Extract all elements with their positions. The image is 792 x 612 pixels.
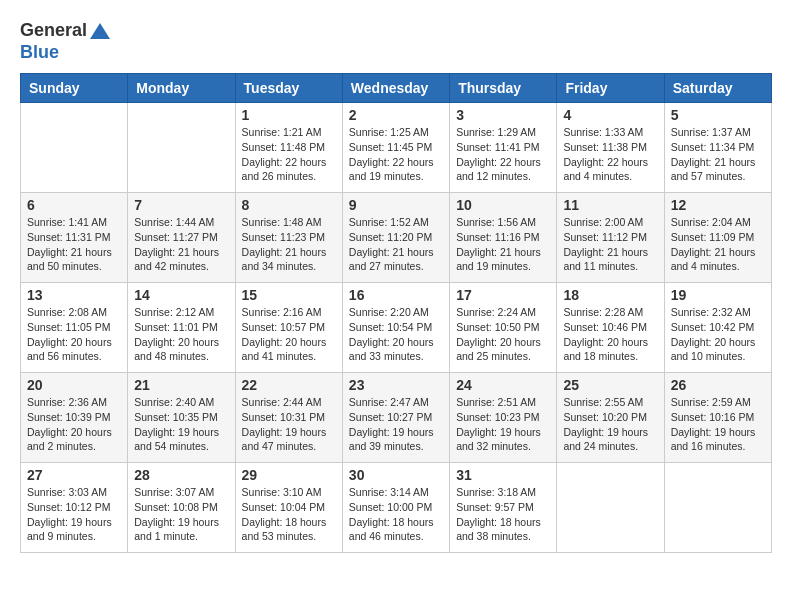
calendar-cell: 23Sunrise: 2:47 AM Sunset: 10:27 PM Dayl… — [342, 373, 449, 463]
day-number: 24 — [456, 377, 550, 393]
day-number: 16 — [349, 287, 443, 303]
calendar-cell: 13Sunrise: 2:08 AM Sunset: 11:05 PM Dayl… — [21, 283, 128, 373]
day-number: 13 — [27, 287, 121, 303]
calendar-cell — [21, 103, 128, 193]
calendar-cell: 16Sunrise: 2:20 AM Sunset: 10:54 PM Dayl… — [342, 283, 449, 373]
weekday-header-monday: Monday — [128, 74, 235, 103]
day-info: Sunrise: 2:16 AM Sunset: 10:57 PM Daylig… — [242, 305, 336, 364]
day-number: 1 — [242, 107, 336, 123]
weekday-header-sunday: Sunday — [21, 74, 128, 103]
day-info: Sunrise: 2:08 AM Sunset: 11:05 PM Daylig… — [27, 305, 121, 364]
day-info: Sunrise: 1:37 AM Sunset: 11:34 PM Daylig… — [671, 125, 765, 184]
day-number: 9 — [349, 197, 443, 213]
day-number: 7 — [134, 197, 228, 213]
calendar-week-5: 27Sunrise: 3:03 AM Sunset: 10:12 PM Dayl… — [21, 463, 772, 553]
calendar-cell: 8Sunrise: 1:48 AM Sunset: 11:23 PM Dayli… — [235, 193, 342, 283]
day-number: 20 — [27, 377, 121, 393]
weekday-header-friday: Friday — [557, 74, 664, 103]
day-info: Sunrise: 2:20 AM Sunset: 10:54 PM Daylig… — [349, 305, 443, 364]
calendar-table: SundayMondayTuesdayWednesdayThursdayFrid… — [20, 73, 772, 553]
day-info: Sunrise: 1:44 AM Sunset: 11:27 PM Daylig… — [134, 215, 228, 274]
day-info: Sunrise: 2:04 AM Sunset: 11:09 PM Daylig… — [671, 215, 765, 274]
calendar-week-1: 1Sunrise: 1:21 AM Sunset: 11:48 PM Dayli… — [21, 103, 772, 193]
weekday-header-thursday: Thursday — [450, 74, 557, 103]
calendar-cell: 28Sunrise: 3:07 AM Sunset: 10:08 PM Dayl… — [128, 463, 235, 553]
day-number: 3 — [456, 107, 550, 123]
calendar-cell: 24Sunrise: 2:51 AM Sunset: 10:23 PM Dayl… — [450, 373, 557, 463]
day-info: Sunrise: 1:56 AM Sunset: 11:16 PM Daylig… — [456, 215, 550, 274]
day-number: 15 — [242, 287, 336, 303]
calendar-cell: 27Sunrise: 3:03 AM Sunset: 10:12 PM Dayl… — [21, 463, 128, 553]
day-info: Sunrise: 2:32 AM Sunset: 10:42 PM Daylig… — [671, 305, 765, 364]
calendar-cell: 26Sunrise: 2:59 AM Sunset: 10:16 PM Dayl… — [664, 373, 771, 463]
day-info: Sunrise: 3:03 AM Sunset: 10:12 PM Daylig… — [27, 485, 121, 544]
calendar-cell: 20Sunrise: 2:36 AM Sunset: 10:39 PM Dayl… — [21, 373, 128, 463]
day-info: Sunrise: 1:21 AM Sunset: 11:48 PM Daylig… — [242, 125, 336, 184]
day-info: Sunrise: 3:07 AM Sunset: 10:08 PM Daylig… — [134, 485, 228, 544]
calendar-cell: 25Sunrise: 2:55 AM Sunset: 10:20 PM Dayl… — [557, 373, 664, 463]
calendar-cell: 1Sunrise: 1:21 AM Sunset: 11:48 PM Dayli… — [235, 103, 342, 193]
day-number: 6 — [27, 197, 121, 213]
day-number: 22 — [242, 377, 336, 393]
calendar-cell: 3Sunrise: 1:29 AM Sunset: 11:41 PM Dayli… — [450, 103, 557, 193]
calendar-cell: 29Sunrise: 3:10 AM Sunset: 10:04 PM Dayl… — [235, 463, 342, 553]
calendar-week-2: 6Sunrise: 1:41 AM Sunset: 11:31 PM Dayli… — [21, 193, 772, 283]
day-info: Sunrise: 3:18 AM Sunset: 9:57 PM Dayligh… — [456, 485, 550, 544]
day-number: 30 — [349, 467, 443, 483]
day-number: 12 — [671, 197, 765, 213]
day-number: 10 — [456, 197, 550, 213]
day-number: 11 — [563, 197, 657, 213]
day-info: Sunrise: 2:36 AM Sunset: 10:39 PM Daylig… — [27, 395, 121, 454]
calendar-cell: 5Sunrise: 1:37 AM Sunset: 11:34 PM Dayli… — [664, 103, 771, 193]
logo-blue: Blue — [20, 42, 111, 64]
calendar-cell: 14Sunrise: 2:12 AM Sunset: 11:01 PM Dayl… — [128, 283, 235, 373]
day-info: Sunrise: 1:25 AM Sunset: 11:45 PM Daylig… — [349, 125, 443, 184]
day-info: Sunrise: 2:28 AM Sunset: 10:46 PM Daylig… — [563, 305, 657, 364]
calendar-cell: 31Sunrise: 3:18 AM Sunset: 9:57 PM Dayli… — [450, 463, 557, 553]
calendar-cell: 22Sunrise: 2:44 AM Sunset: 10:31 PM Dayl… — [235, 373, 342, 463]
calendar-cell: 7Sunrise: 1:44 AM Sunset: 11:27 PM Dayli… — [128, 193, 235, 283]
day-number: 23 — [349, 377, 443, 393]
day-info: Sunrise: 2:59 AM Sunset: 10:16 PM Daylig… — [671, 395, 765, 454]
day-number: 8 — [242, 197, 336, 213]
day-number: 27 — [27, 467, 121, 483]
logo: General Blue — [20, 20, 111, 63]
svg-marker-0 — [90, 23, 110, 39]
calendar-cell: 4Sunrise: 1:33 AM Sunset: 11:38 PM Dayli… — [557, 103, 664, 193]
day-number: 29 — [242, 467, 336, 483]
calendar-week-4: 20Sunrise: 2:36 AM Sunset: 10:39 PM Dayl… — [21, 373, 772, 463]
day-info: Sunrise: 2:12 AM Sunset: 11:01 PM Daylig… — [134, 305, 228, 364]
day-number: 14 — [134, 287, 228, 303]
weekday-header-wednesday: Wednesday — [342, 74, 449, 103]
logo-text: General Blue — [20, 20, 111, 63]
calendar-cell: 15Sunrise: 2:16 AM Sunset: 10:57 PM Dayl… — [235, 283, 342, 373]
page-header: General Blue — [20, 20, 772, 63]
day-info: Sunrise: 3:10 AM Sunset: 10:04 PM Daylig… — [242, 485, 336, 544]
calendar-cell: 30Sunrise: 3:14 AM Sunset: 10:00 PM Dayl… — [342, 463, 449, 553]
calendar-cell: 6Sunrise: 1:41 AM Sunset: 11:31 PM Dayli… — [21, 193, 128, 283]
day-info: Sunrise: 1:29 AM Sunset: 11:41 PM Daylig… — [456, 125, 550, 184]
day-info: Sunrise: 2:40 AM Sunset: 10:35 PM Daylig… — [134, 395, 228, 454]
day-info: Sunrise: 2:51 AM Sunset: 10:23 PM Daylig… — [456, 395, 550, 454]
calendar-cell: 17Sunrise: 2:24 AM Sunset: 10:50 PM Dayl… — [450, 283, 557, 373]
day-info: Sunrise: 2:55 AM Sunset: 10:20 PM Daylig… — [563, 395, 657, 454]
day-number: 25 — [563, 377, 657, 393]
calendar-cell — [128, 103, 235, 193]
calendar-cell — [664, 463, 771, 553]
day-info: Sunrise: 1:52 AM Sunset: 11:20 PM Daylig… — [349, 215, 443, 274]
calendar-cell — [557, 463, 664, 553]
day-info: Sunrise: 2:00 AM Sunset: 11:12 PM Daylig… — [563, 215, 657, 274]
logo-icon — [89, 22, 111, 40]
day-number: 4 — [563, 107, 657, 123]
weekday-header-tuesday: Tuesday — [235, 74, 342, 103]
calendar-cell: 11Sunrise: 2:00 AM Sunset: 11:12 PM Dayl… — [557, 193, 664, 283]
day-info: Sunrise: 1:33 AM Sunset: 11:38 PM Daylig… — [563, 125, 657, 184]
calendar-cell: 10Sunrise: 1:56 AM Sunset: 11:16 PM Dayl… — [450, 193, 557, 283]
weekday-header-saturday: Saturday — [664, 74, 771, 103]
day-number: 19 — [671, 287, 765, 303]
day-info: Sunrise: 2:47 AM Sunset: 10:27 PM Daylig… — [349, 395, 443, 454]
day-number: 2 — [349, 107, 443, 123]
day-number: 21 — [134, 377, 228, 393]
day-number: 31 — [456, 467, 550, 483]
calendar-cell: 19Sunrise: 2:32 AM Sunset: 10:42 PM Dayl… — [664, 283, 771, 373]
